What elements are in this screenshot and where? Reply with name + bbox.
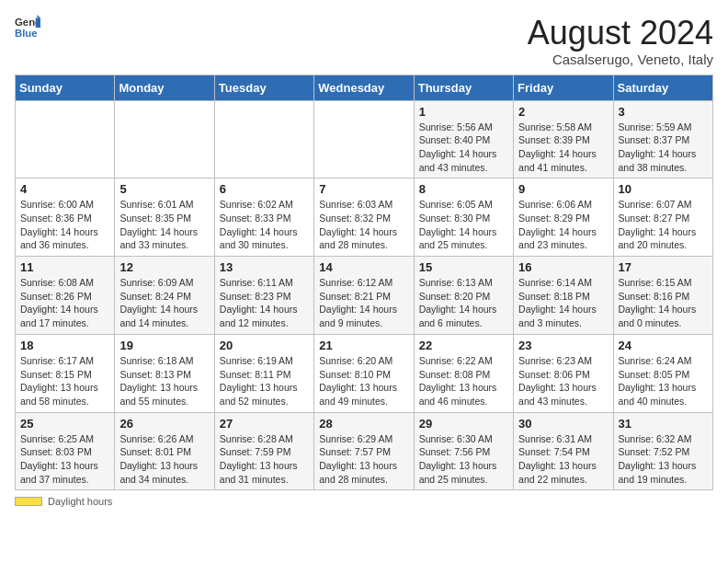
calendar-week-row: 25Sunrise: 6:25 AM Sunset: 8:03 PM Dayli… [16,412,713,490]
calendar-cell: 9Sunrise: 6:06 AM Sunset: 8:29 PM Daylig… [514,178,613,257]
calendar-cell: 12Sunrise: 6:09 AM Sunset: 8:24 PM Dayli… [115,257,214,335]
weekday-header-tuesday: Tuesday [214,75,313,100]
cell-info: Sunrise: 6:14 AM Sunset: 8:18 PM Dayligh… [518,276,608,330]
cell-info: Sunrise: 6:06 AM Sunset: 8:29 PM Dayligh… [518,198,608,252]
day-number: 2 [518,105,608,119]
day-number: 9 [518,182,608,196]
calendar-cell: 23Sunrise: 6:23 AM Sunset: 8:06 PM Dayli… [514,334,613,412]
day-number: 6 [220,182,309,196]
calendar-cell: 21Sunrise: 6:20 AM Sunset: 8:10 PM Dayli… [314,334,414,412]
cell-info: Sunrise: 6:05 AM Sunset: 8:30 PM Dayligh… [419,198,508,252]
cell-info: Sunrise: 6:02 AM Sunset: 8:33 PM Dayligh… [220,198,309,252]
weekday-header-saturday: Saturday [613,75,712,100]
cell-info: Sunrise: 6:30 AM Sunset: 7:56 PM Dayligh… [419,432,508,487]
calendar-cell: 10Sunrise: 6:07 AM Sunset: 8:27 PM Dayli… [613,178,712,257]
day-number: 13 [220,260,309,274]
calendar-cell: 29Sunrise: 6:30 AM Sunset: 7:56 PM Dayli… [414,412,513,490]
day-number: 14 [319,260,408,274]
calendar-table: SundayMondayTuesdayWednesdayThursdayFrid… [15,75,713,491]
weekday-header-sunday: Sunday [16,75,115,100]
cell-info: Sunrise: 5:59 AM Sunset: 8:37 PM Dayligh… [619,121,708,175]
cell-info: Sunrise: 6:00 AM Sunset: 8:36 PM Dayligh… [20,198,109,252]
calendar-cell: 13Sunrise: 6:11 AM Sunset: 8:23 PM Dayli… [214,257,313,335]
day-number: 20 [220,339,309,352]
day-number: 11 [20,260,109,274]
day-number: 12 [119,260,209,274]
cell-info: Sunrise: 6:17 AM Sunset: 8:15 PM Dayligh… [20,354,109,408]
cell-info: Sunrise: 6:23 AM Sunset: 8:06 PM Dayligh… [518,354,608,408]
page-subtitle: Casalserugo, Veneto, Italy [528,52,713,67]
calendar-cell: 11Sunrise: 6:08 AM Sunset: 8:26 PM Dayli… [16,257,115,335]
page-title: August 2024 [528,15,713,52]
calendar-cell: 26Sunrise: 6:26 AM Sunset: 8:01 PM Dayli… [115,412,214,490]
day-number: 5 [119,182,209,196]
day-number: 16 [518,260,608,274]
day-number: 24 [619,339,708,352]
cell-info: Sunrise: 6:11 AM Sunset: 8:23 PM Dayligh… [220,276,309,330]
day-number: 27 [220,417,309,431]
cell-info: Sunrise: 6:18 AM Sunset: 8:13 PM Dayligh… [119,354,209,408]
header: General Blue August 2024 Casalserugo, Ve… [15,15,713,67]
calendar-cell: 3Sunrise: 5:59 AM Sunset: 8:37 PM Daylig… [613,100,712,178]
calendar-cell: 19Sunrise: 6:18 AM Sunset: 8:13 PM Dayli… [115,334,214,412]
day-number: 31 [619,417,708,431]
calendar-cell: 5Sunrise: 6:01 AM Sunset: 8:35 PM Daylig… [115,178,214,257]
cell-info: Sunrise: 6:20 AM Sunset: 8:10 PM Dayligh… [319,354,408,408]
cell-info: Sunrise: 6:09 AM Sunset: 8:24 PM Dayligh… [119,276,209,330]
cell-info: Sunrise: 5:56 AM Sunset: 8:40 PM Dayligh… [419,121,508,175]
day-number: 18 [20,339,109,352]
calendar-cell: 20Sunrise: 6:19 AM Sunset: 8:11 PM Dayli… [214,334,313,412]
day-number: 17 [619,260,708,274]
day-number: 1 [419,105,508,119]
day-number: 4 [20,182,109,196]
day-number: 30 [518,417,608,431]
cell-info: Sunrise: 6:08 AM Sunset: 8:26 PM Dayligh… [20,276,109,330]
cell-info: Sunrise: 6:19 AM Sunset: 8:11 PM Dayligh… [220,354,309,408]
cell-info: Sunrise: 6:13 AM Sunset: 8:20 PM Dayligh… [419,276,508,330]
calendar-week-row: 1Sunrise: 5:56 AM Sunset: 8:40 PM Daylig… [16,100,713,178]
footer: Daylight hours [15,496,713,507]
calendar-cell: 7Sunrise: 6:03 AM Sunset: 8:32 PM Daylig… [314,178,414,257]
calendar-cell: 16Sunrise: 6:14 AM Sunset: 8:18 PM Dayli… [514,257,613,335]
weekday-header-friday: Friday [514,75,613,100]
calendar-cell: 25Sunrise: 6:25 AM Sunset: 8:03 PM Dayli… [16,412,115,490]
calendar-cell [16,100,115,178]
calendar-cell: 6Sunrise: 6:02 AM Sunset: 8:33 PM Daylig… [214,178,313,257]
day-number: 21 [319,339,408,352]
calendar-cell: 27Sunrise: 6:28 AM Sunset: 7:59 PM Dayli… [214,412,313,490]
calendar-cell [214,100,313,178]
calendar-cell: 22Sunrise: 6:22 AM Sunset: 8:08 PM Dayli… [414,334,513,412]
generalblue-logo-icon: General Blue [15,15,40,40]
title-area: August 2024 Casalserugo, Veneto, Italy [528,15,713,67]
cell-info: Sunrise: 6:25 AM Sunset: 8:03 PM Dayligh… [20,432,109,487]
logo: General Blue [15,15,40,40]
cell-info: Sunrise: 6:29 AM Sunset: 7:57 PM Dayligh… [319,432,408,487]
calendar-week-row: 11Sunrise: 6:08 AM Sunset: 8:26 PM Dayli… [16,257,713,335]
calendar-cell: 15Sunrise: 6:13 AM Sunset: 8:20 PM Dayli… [414,257,513,335]
day-number: 28 [319,417,408,431]
svg-text:Blue: Blue [15,28,38,39]
day-number: 8 [419,182,508,196]
svg-marker-2 [36,18,40,29]
calendar-week-row: 18Sunrise: 6:17 AM Sunset: 8:15 PM Dayli… [16,334,713,412]
day-number: 10 [619,182,708,196]
day-number: 22 [419,339,508,352]
day-number: 3 [619,105,708,119]
cell-info: Sunrise: 6:32 AM Sunset: 7:52 PM Dayligh… [619,432,708,487]
calendar-cell: 28Sunrise: 6:29 AM Sunset: 7:57 PM Dayli… [314,412,414,490]
calendar-week-row: 4Sunrise: 6:00 AM Sunset: 8:36 PM Daylig… [16,178,713,257]
calendar-cell [115,100,214,178]
weekday-header-monday: Monday [115,75,214,100]
cell-info: Sunrise: 6:03 AM Sunset: 8:32 PM Dayligh… [319,198,408,252]
daylight-bar-icon [15,497,42,506]
calendar-cell: 8Sunrise: 6:05 AM Sunset: 8:30 PM Daylig… [414,178,513,257]
calendar-cell: 31Sunrise: 6:32 AM Sunset: 7:52 PM Dayli… [613,412,712,490]
day-number: 23 [518,339,608,352]
cell-info: Sunrise: 6:12 AM Sunset: 8:21 PM Dayligh… [319,276,408,330]
cell-info: Sunrise: 6:26 AM Sunset: 8:01 PM Dayligh… [119,432,209,487]
calendar-cell: 18Sunrise: 6:17 AM Sunset: 8:15 PM Dayli… [16,334,115,412]
footer-label: Daylight hours [48,496,112,507]
day-number: 15 [419,260,508,274]
cell-info: Sunrise: 6:31 AM Sunset: 7:54 PM Dayligh… [518,432,608,487]
weekday-header-wednesday: Wednesday [314,75,414,100]
